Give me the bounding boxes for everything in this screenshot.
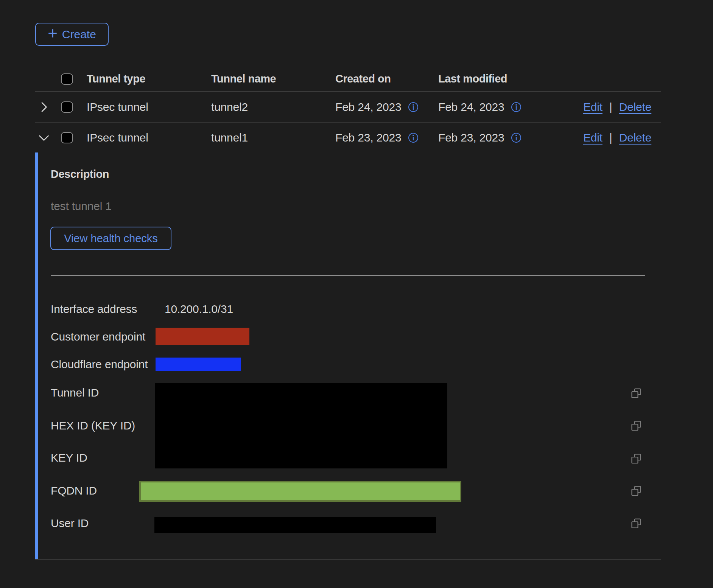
field-label-key-id: KEY ID — [51, 451, 87, 465]
copy-icon-hex-id[interactable] — [630, 420, 642, 431]
field-value-interface-address: 10.200.1.0/31 — [165, 302, 233, 316]
expanded-panel-bottom-border — [35, 559, 661, 560]
row2-created-on: Feb 23, 2023 — [335, 131, 401, 144]
view-health-checks-button[interactable]: View health checks — [50, 227, 171, 250]
panel-divider — [51, 275, 645, 276]
field-label-cloudflare-endpoint: Cloudflare endpoint — [51, 358, 148, 371]
info-icon[interactable] — [511, 132, 522, 143]
field-label-interface-address: Interface address — [51, 302, 137, 316]
row2-last-modified: Feb 23, 2023 — [438, 131, 504, 144]
header-last-modified: Last modified — [438, 67, 507, 91]
expand-chevron-down-icon[interactable] — [38, 123, 53, 152]
header-tunnel-name: Tunnel name — [211, 67, 276, 91]
expand-chevron-right-icon[interactable] — [38, 92, 53, 122]
cloudflare-endpoint-redaction — [156, 358, 241, 371]
delete-link-tunnel2[interactable]: Delete — [619, 101, 652, 114]
field-label-fqdn-id: FQDN ID — [51, 484, 97, 498]
copy-icon-fqdn-id[interactable] — [630, 485, 642, 496]
field-label-tunnel-id: Tunnel ID — [51, 386, 99, 400]
row2-tunnel-type: IPsec tunnel — [87, 123, 148, 152]
field-label-hex-id: HEX ID (KEY ID) — [51, 419, 135, 432]
field-label-user-id: User ID — [51, 516, 89, 530]
plus-icon: + — [48, 28, 58, 39]
select-all-checkbox[interactable] — [61, 73, 73, 85]
ids-redaction — [155, 383, 447, 468]
header-created-on: Created on — [335, 67, 391, 91]
info-icon[interactable] — [408, 102, 419, 112]
create-button-label: Create — [62, 28, 96, 41]
fqdn-id-redaction — [139, 481, 461, 502]
row1-tunnel-type: IPsec tunnel — [87, 92, 148, 122]
copy-icon-key-id[interactable] — [630, 453, 642, 464]
field-label-customer-endpoint: Customer endpoint — [51, 330, 145, 344]
description-label: Description — [51, 167, 109, 181]
info-icon[interactable] — [511, 102, 522, 112]
row1-created-on: Feb 24, 2023 — [335, 101, 401, 114]
header-tunnel-type: Tunnel type — [87, 67, 145, 91]
table-row-tunnel1: IPsec tunnel tunnel1 Feb 23, 2023 Feb 23… — [35, 123, 661, 152]
row-checkbox-tunnel2[interactable] — [61, 101, 73, 113]
delete-link-tunnel1[interactable]: Delete — [619, 131, 652, 144]
expanded-row-indicator-bar — [35, 152, 38, 559]
copy-icon-user-id[interactable] — [630, 518, 642, 529]
table-header: Tunnel type Tunnel name Created on Last … — [35, 67, 661, 91]
row2-tunnel-name: tunnel1 — [211, 123, 248, 152]
row1-last-modified: Feb 24, 2023 — [438, 101, 504, 114]
copy-icon-tunnel-id[interactable] — [630, 387, 642, 399]
customer-endpoint-redaction — [156, 328, 249, 345]
edit-link-tunnel2[interactable]: Edit — [583, 101, 602, 114]
create-button[interactable]: + Create — [35, 23, 109, 46]
info-icon[interactable] — [408, 132, 419, 143]
row-checkbox-tunnel1[interactable] — [61, 132, 73, 143]
row1-tunnel-name: tunnel2 — [211, 92, 248, 122]
description-value: test tunnel 1 — [51, 199, 112, 213]
user-id-redaction — [154, 517, 436, 533]
action-separator: | — [609, 131, 612, 144]
table-row-tunnel2: IPsec tunnel tunnel2 Feb 24, 2023 Feb 24… — [35, 92, 661, 122]
edit-link-tunnel1[interactable]: Edit — [583, 131, 602, 144]
action-separator: | — [609, 101, 612, 114]
